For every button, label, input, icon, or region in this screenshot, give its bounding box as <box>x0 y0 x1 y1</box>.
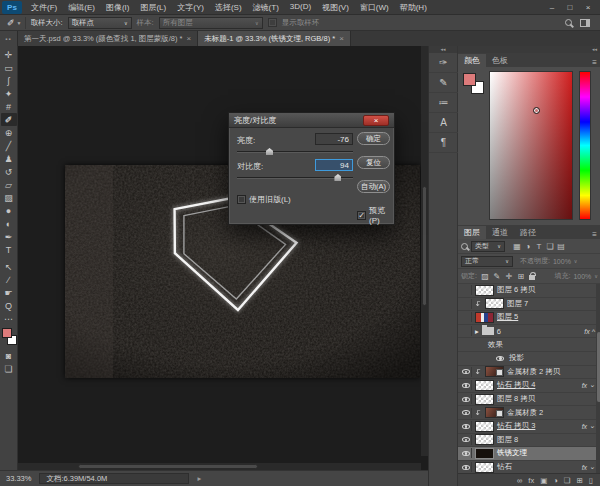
foreground-color-swatch[interactable] <box>463 73 476 86</box>
document-tab-2[interactable]: 未标题-1 @ 33.3% (铁锈文理, RGB/8) *× <box>198 31 351 46</box>
hand-tool[interactable]: ☛ <box>1 286 17 299</box>
use-legacy-checkbox-row[interactable]: 使用旧版(L) <box>237 194 291 205</box>
fx-chevron-icon[interactable]: ^ <box>592 328 595 335</box>
layer-name[interactable]: 6 <box>497 327 501 336</box>
layer-name[interactable]: 钻石 <box>497 462 512 472</box>
layer-name[interactable]: 铁锈文理 <box>497 448 527 458</box>
lock-transparency-icon[interactable]: ▨ <box>480 272 490 281</box>
preview-checkbox[interactable]: ✓ <box>357 211 366 220</box>
collapse-arrows-icon[interactable]: ◂◂ <box>429 46 457 53</box>
layer-name[interactable]: 金属材质 2 <box>507 408 543 418</box>
menu-item-滤镜[interactable]: 滤镜(T) <box>248 1 284 14</box>
layer-name[interactable]: 钻石 拷贝 3 <box>497 421 535 431</box>
layer-thumbnail[interactable] <box>475 434 494 445</box>
layer-thumbnail[interactable] <box>475 394 494 405</box>
layer-row[interactable]: 图层 8 <box>458 434 600 448</box>
menu-item-文件[interactable]: 文件(F) <box>26 1 62 14</box>
screen-mode-button[interactable]: ❏ <box>1 362 17 375</box>
color-tab-色板[interactable]: 色板 <box>486 54 514 67</box>
layer-row[interactable]: ↴金属材质 2 拷贝 <box>458 366 600 380</box>
lock-all-icon[interactable] <box>529 275 535 280</box>
layer-row[interactable]: 图层 6 拷贝 <box>458 284 600 298</box>
contrast-input[interactable] <box>315 159 353 171</box>
gradient-tool[interactable]: ▨ <box>1 191 17 204</box>
visibility-toggle[interactable] <box>460 448 472 458</box>
group-disclosure-icon[interactable]: ▸ <box>475 327 479 336</box>
move-tool[interactable]: ✛ <box>1 48 17 61</box>
quick-selection-tool[interactable]: ✦ <box>1 87 17 100</box>
menu-item-图像[interactable]: 图像(I) <box>101 1 135 14</box>
layers-tab-图层[interactable]: 图层 <box>458 226 486 239</box>
panel-menu-icon[interactable]: ≡ <box>592 58 600 67</box>
crop-tool[interactable]: # <box>1 100 17 113</box>
filter-adjustment-layers-icon[interactable]: ◑ <box>523 242 533 251</box>
minimize-button[interactable]: – <box>544 2 560 13</box>
brightness-slider[interactable] <box>237 148 353 156</box>
use-legacy-checkbox[interactable] <box>237 195 246 204</box>
visibility-toggle[interactable] <box>460 299 472 309</box>
foreground-color-swatch[interactable] <box>2 328 12 338</box>
workspace-icon[interactable] <box>580 19 590 27</box>
search-icon[interactable] <box>565 19 572 26</box>
filter-shape-layers-icon[interactable]: ❏ <box>545 242 555 251</box>
color-tab-颜色[interactable]: 颜色 <box>458 54 486 67</box>
layers-scrollbar[interactable] <box>596 284 600 473</box>
layer-thumbnail[interactable] <box>475 421 494 432</box>
document-tab-1[interactable]: 第一天.psd @ 33.3% (颜色查找 1, 图层蒙版/8) *× <box>18 31 198 46</box>
status-arrow-icon[interactable]: ▸ <box>197 474 201 483</box>
dialog-close-button[interactable]: × <box>363 115 389 126</box>
type-tool[interactable]: T <box>1 243 17 256</box>
dodge-tool[interactable]: ◐ <box>1 217 17 230</box>
menu-item-图层[interactable]: 图层(L) <box>135 1 171 14</box>
delete-layer-icon[interactable]: ▯ <box>589 476 593 485</box>
maximize-button[interactable]: □ <box>562 2 578 13</box>
lock-pixels-icon[interactable]: ✎ <box>492 272 502 281</box>
tab-close-icon[interactable]: × <box>186 34 191 43</box>
menu-item-3D[interactable]: 3D(D) <box>285 1 316 14</box>
filter-type-layers-icon[interactable]: T <box>534 242 544 251</box>
close-button[interactable]: × <box>580 2 596 13</box>
opacity-value[interactable]: 100% <box>553 258 571 265</box>
new-layer-icon[interactable]: ⊞ <box>577 476 583 485</box>
menu-item-选择[interactable]: 选择(S) <box>210 1 247 14</box>
menu-item-视图[interactable]: 视图(V) <box>317 1 354 14</box>
layer-thumbnail[interactable] <box>475 380 494 391</box>
filter-type-dropdown[interactable]: 类型 ∨ <box>471 241 505 252</box>
new-group-icon[interactable]: ❏ <box>564 476 571 485</box>
fx-chevron-icon[interactable]: ⌄ <box>589 381 595 389</box>
visibility-toggle[interactable] <box>460 394 472 404</box>
quick-mask-button[interactable]: ◙ <box>1 349 17 362</box>
layers-tab-通道[interactable]: 通道 <box>486 226 514 239</box>
layer-name[interactable]: 钻石 拷贝 4 <box>497 380 535 390</box>
layer-name[interactable]: 图层 8 拷贝 <box>497 394 535 404</box>
hue-slider[interactable] <box>579 71 591 220</box>
ok-button[interactable]: 确定 <box>357 132 390 145</box>
menu-item-帮助[interactable]: 帮助(H) <box>395 1 432 14</box>
layer-row[interactable]: 图层 5 <box>458 311 600 325</box>
layer-row[interactable]: 钻石 拷贝 4fx⌄ <box>458 379 600 393</box>
layer-name[interactable]: 图层 5 <box>497 312 518 322</box>
brush-settings-icon[interactable]: ✎ <box>429 73 458 93</box>
visibility-toggle[interactable] <box>460 312 472 322</box>
dock-collapse-header[interactable]: ◂◂ <box>458 46 600 53</box>
saturation-brightness-field[interactable] <box>489 71 573 220</box>
link-layers-icon[interactable]: ∞ <box>517 476 522 485</box>
auto-button[interactable]: 自动(A) <box>357 180 390 193</box>
visibility-toggle[interactable] <box>460 435 472 445</box>
menu-item-编辑[interactable]: 编辑(E) <box>63 1 100 14</box>
menu-item-文字[interactable]: 文字(Y) <box>172 1 209 14</box>
toolbar-color-swatches[interactable] <box>1 328 17 346</box>
layer-row[interactable]: 钻石 拷贝 3fx⌄ <box>458 420 600 434</box>
layer-name[interactable]: 图层 8 <box>497 435 518 445</box>
layer-row[interactable]: ↴图层 7 <box>458 298 600 312</box>
layer-name[interactable]: 金属材质 2 拷贝 <box>507 367 560 377</box>
history-brush-tool[interactable]: ↺ <box>1 165 17 178</box>
color-swatches[interactable] <box>463 73 485 95</box>
tab-close-icon[interactable]: × <box>339 34 344 43</box>
visibility-toggle[interactable] <box>460 367 472 377</box>
current-tool-preset[interactable]: ✐ ▼ <box>4 17 26 29</box>
paragraph-panel-icon[interactable]: ¶ <box>429 133 458 153</box>
layer-style-icon[interactable]: fx <box>528 476 534 485</box>
visibility-toggle[interactable] <box>460 285 472 295</box>
filter-smart-objects-icon[interactable]: ▤ <box>556 242 566 251</box>
